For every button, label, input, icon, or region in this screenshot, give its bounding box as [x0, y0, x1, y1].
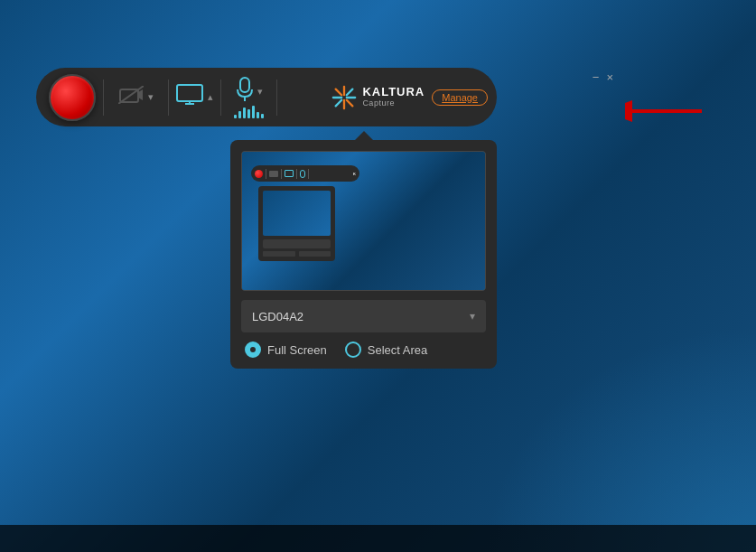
svg-line-15 — [336, 99, 342, 106]
monitor-select-label: LGD04A2 — [252, 310, 303, 323]
minimize-button[interactable]: − — [593, 70, 600, 84]
record-button[interactable] — [49, 74, 96, 121]
mic-icon — [236, 77, 254, 108]
mic-level-bars — [234, 106, 264, 118]
camera-section[interactable]: ▾ — [111, 86, 161, 109]
kaltura-capture-label: Capture — [362, 99, 425, 108]
camera-chevron-icon: ▾ — [148, 91, 154, 103]
screen-icon — [176, 84, 203, 111]
svg-line-13 — [347, 99, 353, 106]
manage-button[interactable]: Manage — [432, 89, 488, 106]
taskbar — [0, 525, 756, 552]
capture-mode-options: Full Screen Select Area — [241, 341, 486, 358]
select-chevron-icon: ▾ — [470, 310, 475, 323]
red-arrow-indicator — [625, 98, 706, 128]
svg-rect-3 — [177, 85, 202, 101]
full-screen-option[interactable]: Full Screen — [245, 341, 327, 358]
monitor-select[interactable]: LGD04A2 ▾ — [241, 300, 486, 332]
screen-section[interactable]: ▴ — [176, 84, 213, 111]
select-area-option[interactable]: Select Area — [345, 341, 428, 358]
mic-section[interactable]: ▾ — [229, 77, 269, 118]
kaltura-logo-icon — [331, 85, 357, 110]
svg-rect-6 — [240, 78, 249, 92]
screen-dropdown-panel: K LGD04A2 ▾ Full Screen Select Area — [230, 140, 497, 369]
svg-line-12 — [336, 89, 342, 95]
kaltura-brand: KALTURA Capture — [331, 85, 432, 110]
preview-mini-toolbar: K — [251, 165, 359, 182]
full-screen-label: Full Screen — [267, 343, 327, 357]
kaltura-name-label: KALTURA — [362, 86, 425, 98]
screen-chevron-icon: ▴ — [208, 91, 213, 103]
screen-preview: K — [241, 151, 486, 291]
svg-line-14 — [347, 89, 353, 95]
full-screen-radio[interactable] — [245, 341, 261, 358]
select-area-label: Select Area — [368, 343, 428, 357]
mic-chevron-icon: ▾ — [257, 86, 263, 98]
divider-3 — [220, 80, 221, 116]
divider-1 — [103, 80, 104, 116]
select-area-radio[interactable] — [345, 341, 361, 358]
preview-mini-dropdown — [258, 186, 335, 261]
main-toolbar: ▾ ▴ ▾ — [36, 68, 497, 126]
divider-2 — [168, 80, 169, 116]
close-button[interactable]: × — [606, 70, 613, 84]
divider-4 — [276, 80, 277, 116]
camera-icon — [118, 86, 144, 109]
window-controls: − × — [593, 70, 613, 84]
